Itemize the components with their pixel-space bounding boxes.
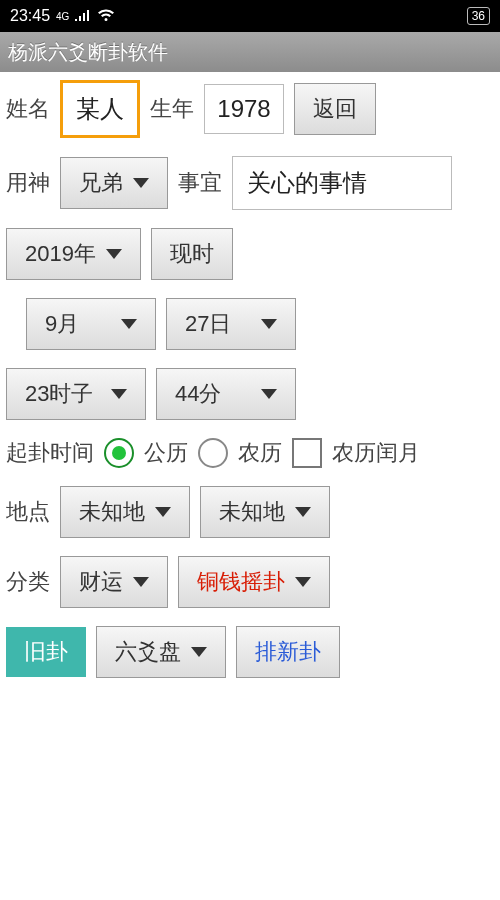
caret-down-icon <box>133 577 149 587</box>
caret-down-icon <box>295 577 311 587</box>
input-name-value: 某人 <box>76 95 124 122</box>
label-lunar-leap: 农历闰月 <box>332 438 420 468</box>
dropdown-place1[interactable]: 未知地 <box>60 486 190 538</box>
dropdown-method[interactable]: 铜钱摇卦 <box>178 556 330 608</box>
label-birth-year: 生年 <box>150 94 194 124</box>
old-gua-label: 旧卦 <box>24 637 68 667</box>
row-hour-minute: 23时子 44分 <box>6 368 494 420</box>
dropdown-day[interactable]: 27日 <box>166 298 296 350</box>
dropdown-category-value: 财运 <box>79 567 123 597</box>
caret-down-icon <box>155 507 171 517</box>
input-birth-year-value: 1978 <box>217 95 270 122</box>
dropdown-liuyao-value: 六爻盘 <box>115 637 181 667</box>
label-place: 地点 <box>6 497 50 527</box>
caret-down-icon <box>261 319 277 329</box>
paixin-button[interactable]: 排新卦 <box>236 626 340 678</box>
dropdown-place2-value: 未知地 <box>219 497 285 527</box>
dropdown-hour-value: 23时子 <box>25 379 93 409</box>
dropdown-category[interactable]: 财运 <box>60 556 168 608</box>
row-place: 地点 未知地 未知地 <box>6 486 494 538</box>
radio-lunar[interactable] <box>198 438 228 468</box>
label-lunar: 农历 <box>238 438 282 468</box>
row-name: 姓名 某人 生年 1978 返回 <box>6 80 494 138</box>
radio-solar[interactable] <box>104 438 134 468</box>
caret-down-icon <box>261 389 277 399</box>
row-year: 2019年 现时 <box>6 228 494 280</box>
now-button-label: 现时 <box>170 239 214 269</box>
caret-down-icon <box>111 389 127 399</box>
dropdown-yongshen[interactable]: 兄弟 <box>60 157 168 209</box>
caret-down-icon <box>121 319 137 329</box>
input-name[interactable]: 某人 <box>60 80 140 138</box>
dropdown-place1-value: 未知地 <box>79 497 145 527</box>
checkbox-lunar-leap[interactable] <box>292 438 322 468</box>
paixin-label: 排新卦 <box>255 637 321 667</box>
content: 姓名 某人 生年 1978 返回 用神 兄弟 事宜 关心的事情 2019年 现时 <box>0 72 500 704</box>
status-time: 23:45 <box>10 7 50 25</box>
back-button[interactable]: 返回 <box>294 83 376 135</box>
battery-icon: 36 <box>467 7 490 25</box>
row-category: 分类 财运 铜钱摇卦 <box>6 556 494 608</box>
dropdown-month[interactable]: 9月 <box>26 298 156 350</box>
caret-down-icon <box>191 647 207 657</box>
wifi-icon <box>97 7 115 25</box>
status-right: 36 <box>467 7 490 25</box>
dropdown-yongshen-value: 兄弟 <box>79 168 123 198</box>
dropdown-year[interactable]: 2019年 <box>6 228 141 280</box>
label-category: 分类 <box>6 567 50 597</box>
dropdown-minute-value: 44分 <box>175 379 221 409</box>
title-bar: 杨派六爻断卦软件 <box>0 32 500 72</box>
dropdown-minute[interactable]: 44分 <box>156 368 296 420</box>
caret-down-icon <box>133 178 149 188</box>
label-name: 姓名 <box>6 94 50 124</box>
network-icon: 4G <box>56 11 69 22</box>
row-calendar: 起卦时间 公历 农历 农历闰月 <box>6 438 494 468</box>
signal-icon <box>75 7 91 25</box>
radio-dot-icon <box>112 446 126 460</box>
app-title: 杨派六爻断卦软件 <box>8 39 168 66</box>
dropdown-day-value: 27日 <box>185 309 231 339</box>
row-bottom-actions: 旧卦 六爻盘 排新卦 <box>6 626 494 678</box>
label-qigua-time: 起卦时间 <box>6 438 94 468</box>
input-birth-year[interactable]: 1978 <box>204 84 284 134</box>
caret-down-icon <box>106 249 122 259</box>
dropdown-method-value: 铜钱摇卦 <box>197 567 285 597</box>
back-button-label: 返回 <box>313 94 357 124</box>
label-shiyi: 事宜 <box>178 168 222 198</box>
label-solar: 公历 <box>144 438 188 468</box>
dropdown-hour[interactable]: 23时子 <box>6 368 146 420</box>
dropdown-year-value: 2019年 <box>25 239 96 269</box>
dropdown-month-value: 9月 <box>45 309 79 339</box>
status-bar: 23:45 4G 36 <box>0 0 500 32</box>
input-shiyi-value: 关心的事情 <box>247 169 367 196</box>
status-left: 23:45 4G <box>10 7 115 25</box>
caret-down-icon <box>295 507 311 517</box>
row-yongshen: 用神 兄弟 事宜 关心的事情 <box>6 156 494 210</box>
dropdown-liuyao[interactable]: 六爻盘 <box>96 626 226 678</box>
dropdown-place2[interactable]: 未知地 <box>200 486 330 538</box>
now-button[interactable]: 现时 <box>151 228 233 280</box>
input-shiyi[interactable]: 关心的事情 <box>232 156 452 210</box>
row-month-day: 9月 27日 <box>6 298 494 350</box>
old-gua-button[interactable]: 旧卦 <box>6 627 86 677</box>
label-yongshen: 用神 <box>6 168 50 198</box>
